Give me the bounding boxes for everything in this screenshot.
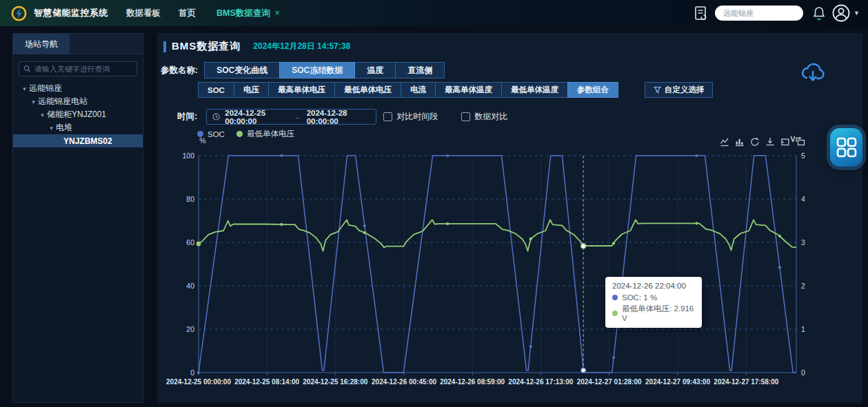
- sub-tab-2[interactable]: 最高单体电压: [268, 82, 335, 98]
- svg-text:1: 1: [801, 325, 805, 333]
- custom-select-button[interactable]: 自定义选择: [645, 82, 714, 98]
- checkbox-icon[interactable]: [461, 112, 470, 121]
- sub-tab-1[interactable]: 电压: [234, 82, 269, 98]
- sub-tab-6[interactable]: 最低单体温度: [501, 82, 568, 98]
- tooltip-time: 2024-12-26 22:04:00: [612, 282, 695, 290]
- sub-tab-5[interactable]: 最高单体温度: [435, 82, 502, 98]
- global-search-input[interactable]: [723, 9, 795, 17]
- svg-text:100: 100: [182, 152, 194, 160]
- nav-menu: 数据看板 首页: [126, 8, 196, 19]
- sidebar-search[interactable]: [19, 61, 137, 76]
- svg-text:20: 20: [186, 325, 194, 333]
- clock-icon: [212, 112, 220, 121]
- compare-period-checkbox[interactable]: 对比时间段: [383, 111, 438, 123]
- tree-caret-icon[interactable]: ▾: [29, 98, 38, 105]
- time-row: 时间: 2024-12-25 00:00:00 - 2024-12-28 00:…: [177, 109, 507, 125]
- tab-bms-query[interactable]: BMS数据查询 ×: [216, 8, 280, 19]
- tab-bms-query-label: BMS数据查询: [216, 8, 270, 19]
- chart-svg: 020406080100012345%V2024-12-25 00:00:002…: [155, 131, 824, 393]
- tree-caret-icon[interactable]: ▾: [20, 85, 29, 92]
- data-compare-label: 数据对比: [474, 111, 507, 123]
- param-tab-2[interactable]: 温度: [354, 62, 396, 79]
- tree-item-label: 远能锦座: [29, 83, 62, 94]
- line-chart-icon[interactable]: [720, 137, 729, 147]
- checkbox-icon[interactable]: [383, 112, 392, 121]
- sub-param-row: SOC电压最高单体电压最低单体电压电流最高单体温度最低单体温度参数组合 自定义选…: [199, 82, 713, 98]
- svg-text:4: 4: [801, 195, 805, 203]
- tree-caret-icon[interactable]: ▾: [47, 125, 56, 132]
- legend-dot: [236, 131, 243, 137]
- svg-text:2024-12-26 17:13:00: 2024-12-26 17:13:00: [508, 378, 573, 386]
- chart-legend: SOC最低单体电压: [197, 129, 294, 139]
- svg-text:2024-12-27 01:28:00: 2024-12-27 01:28:00: [577, 378, 642, 386]
- tree-item-1[interactable]: ▾远能锦座电站: [13, 95, 143, 108]
- tooltip-series-value: SOC: 1 %: [622, 293, 657, 302]
- nav-item-home[interactable]: 首页: [179, 8, 196, 19]
- param-tab-group: SOC变化曲线SOC冻结数据温度直流侧: [205, 62, 445, 79]
- tree-caret-icon[interactable]: ▾: [38, 112, 47, 118]
- time-start-value: 2024-12-25 00:00:00: [225, 109, 289, 125]
- title-accent-bar: [163, 41, 166, 52]
- tree-item-3[interactable]: ▾电堆: [13, 121, 143, 134]
- svg-text:5: 5: [801, 152, 805, 160]
- cloud-download-icon[interactable]: [800, 61, 826, 84]
- nav-item-dashboard[interactable]: 数据看板: [126, 8, 161, 19]
- legend-label: SOC: [208, 130, 225, 138]
- apps-grid-fab[interactable]: [830, 128, 862, 167]
- top-navbar: 智慧储能监控系统 数据看板 首页 BMS数据查询 × ▼: [0, 0, 868, 26]
- custom-select-label: 自定义选择: [665, 85, 705, 95]
- svg-text:2024-12-25 16:28:00: 2024-12-25 16:28:00: [303, 378, 367, 386]
- svg-text:2024-12-27 17:58:00: 2024-12-27 17:58:00: [714, 378, 778, 386]
- time-range-picker[interactable]: 2024-12-25 00:00:00 - 2024-12-28 00:00:0…: [206, 109, 376, 125]
- svg-text:2024-12-27 09:43:00: 2024-12-27 09:43:00: [645, 378, 710, 386]
- svg-text:2024-12-26 08:59:00: 2024-12-26 08:59:00: [440, 378, 505, 386]
- legend-item-1[interactable]: 最低单体电压: [236, 129, 294, 139]
- sidebar-search-input[interactable]: [34, 65, 132, 73]
- compare-period-label: 对比时间段: [396, 111, 438, 123]
- sub-tab-7[interactable]: 参数组合: [567, 82, 618, 98]
- sidebar-header: 场站导航: [13, 34, 143, 54]
- svg-text:2024-12-25 08:14:00: 2024-12-25 08:14:00: [234, 378, 299, 386]
- restore-icon[interactable]: [750, 137, 760, 147]
- tab-station-nav[interactable]: 场站导航: [13, 34, 70, 54]
- sub-tab-4[interactable]: 电流: [401, 82, 436, 98]
- svg-text:0: 0: [801, 368, 805, 377]
- svg-text:0: 0: [190, 368, 194, 377]
- param-tab-1[interactable]: SOC冻结数据: [279, 62, 355, 79]
- svg-text:2: 2: [801, 282, 805, 290]
- tree-item-2[interactable]: ▾储能柜YNJZ001: [13, 108, 143, 121]
- report-icon[interactable]: [694, 6, 708, 21]
- zoom-reset-icon[interactable]: [796, 137, 805, 147]
- data-compare-checkbox[interactable]: 数据对比: [461, 111, 507, 123]
- sub-tab-3[interactable]: 最低单体电压: [334, 82, 401, 98]
- bell-icon[interactable]: [813, 6, 825, 21]
- global-search[interactable]: [715, 6, 803, 21]
- sub-tab-0[interactable]: SOC: [198, 82, 234, 98]
- bar-chart-icon[interactable]: [735, 137, 745, 147]
- svg-text:2024-12-25 00:00:00: 2024-12-25 00:00:00: [166, 378, 231, 386]
- legend-item-0[interactable]: SOC: [197, 130, 225, 138]
- tree-item-0[interactable]: ▾远能锦座: [13, 82, 143, 95]
- time-separator: -: [296, 113, 299, 121]
- legend-label: 最低单体电压: [247, 129, 294, 139]
- tooltip-row: SOC: 1 %: [612, 293, 695, 302]
- tree-item-4[interactable]: YNJZBMS02: [13, 134, 143, 147]
- param-tab-3[interactable]: 直流侧: [395, 62, 445, 79]
- user-menu-caret-icon[interactable]: ▼: [854, 10, 860, 17]
- user-avatar[interactable]: [832, 4, 850, 22]
- svg-text:3: 3: [801, 238, 805, 247]
- tooltip-rows: SOC: 1 %最低单体电压: 2.916 V: [612, 293, 695, 322]
- chart-canvas[interactable]: 020406080100012345%V2024-12-25 00:00:002…: [155, 131, 824, 393]
- app-title: 智慧储能监控系统: [34, 7, 108, 19]
- param-row: 参数名称: SOC变化曲线SOC冻结数据温度直流侧: [161, 62, 445, 79]
- tooltip-series-dot: [612, 295, 618, 300]
- tab-close-icon[interactable]: ×: [275, 8, 280, 18]
- data-zoom-icon[interactable]: [780, 137, 790, 147]
- download-icon[interactable]: [765, 137, 775, 147]
- param-tab-0[interactable]: SOC变化曲线: [204, 62, 280, 79]
- chart-toolbox: [720, 137, 805, 147]
- svg-text:2024-12-26 00:45:00: 2024-12-26 00:45:00: [372, 378, 436, 386]
- tree-item-label: 储能柜YNJZ001: [47, 109, 106, 121]
- filter-icon: [654, 86, 661, 94]
- page-title: BMS数据查询: [172, 40, 241, 53]
